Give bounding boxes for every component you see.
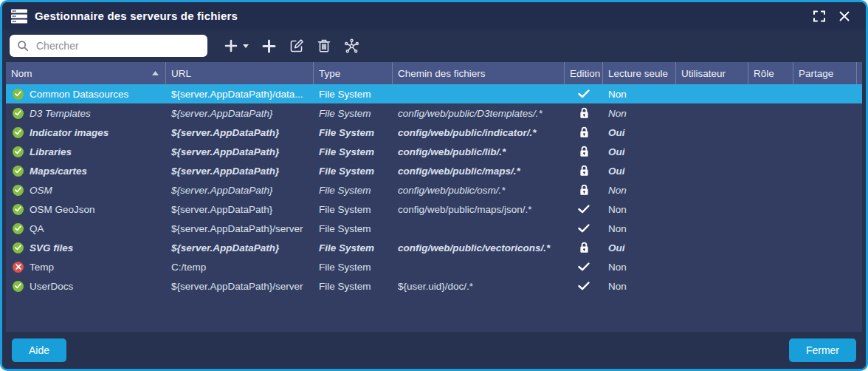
server-name: Indicator images <box>30 127 108 138</box>
name-cell: Indicator images <box>6 127 166 138</box>
check-icon <box>578 262 590 271</box>
search-input[interactable] <box>35 39 200 52</box>
url-cell: ${server.AppDataPath}/server <box>166 281 314 292</box>
type-cell: File System <box>314 223 393 234</box>
type-cell: File System <box>314 262 393 273</box>
path-cell: config/web/public/lib/.* <box>393 146 565 157</box>
table-row[interactable]: OSM ${server.AppDataPath} File System co… <box>6 180 862 200</box>
table-row[interactable]: Indicator images ${server.AppDataPath} F… <box>6 123 862 142</box>
readonly-cell: Non <box>603 223 676 234</box>
table-row[interactable]: Maps/cartes ${server.AppDataPath} File S… <box>6 161 862 180</box>
readonly-cell: Non <box>603 185 676 196</box>
help-button[interactable]: Aide <box>12 338 66 362</box>
type-cell: File System <box>314 242 393 253</box>
path-cell: ${user.uid}/doc/.* <box>393 281 565 292</box>
readonly-cell: Non <box>603 262 676 273</box>
name-cell: QA <box>6 223 166 234</box>
edition-cell <box>565 224 603 233</box>
name-cell: Common Datasources <box>6 89 166 100</box>
edition-cell <box>565 262 603 271</box>
ok-icon <box>13 185 24 196</box>
ok-icon <box>13 89 24 100</box>
maximize-icon[interactable] <box>810 7 829 26</box>
path-cell: config/web/public/D3templates/.* <box>393 108 565 119</box>
path-cell: config/web/public/vectoricons/.* <box>393 242 565 253</box>
name-cell: D3 Templates <box>6 108 166 119</box>
column-header-user[interactable]: Utilisateur <box>676 62 748 84</box>
column-header-role[interactable]: Rôle <box>748 62 793 84</box>
ok-icon <box>13 166 24 177</box>
server-name: OSM <box>30 185 52 196</box>
ok-icon <box>13 242 24 253</box>
lock-icon <box>579 107 589 119</box>
network-button[interactable] <box>337 35 366 58</box>
table-row[interactable]: D3 Templates ${server.AppDataPath} File … <box>6 103 862 123</box>
edition-cell <box>565 107 603 119</box>
lock-icon <box>579 242 589 253</box>
toolbar <box>2 30 866 62</box>
table-row[interactable]: OSM GeoJson ${server.AppDataPath} File S… <box>6 200 862 219</box>
column-header-share[interactable]: Partage <box>793 62 857 84</box>
url-cell: ${server.AppDataPath} <box>166 127 314 138</box>
table-row[interactable]: SVG files ${server.AppDataPath} File Sys… <box>6 238 862 257</box>
url-cell: ${server.AppDataPath} <box>166 185 314 196</box>
type-cell: File System <box>314 89 393 100</box>
edition-cell <box>565 184 603 196</box>
table-body: Common Datasources ${server.AppDataPath}… <box>6 84 862 332</box>
readonly-cell: Oui <box>603 146 676 157</box>
table-header: Nom URLTypeChemin des fichiersEditionLec… <box>6 62 862 84</box>
server-name: Libraries <box>30 146 72 157</box>
column-header-path[interactable]: Chemin des fichiers <box>393 62 565 84</box>
url-cell: ${server.AppDataPath} <box>166 108 314 119</box>
column-header-readonly[interactable]: Lecture seule <box>603 62 676 84</box>
readonly-cell: Non <box>603 108 676 119</box>
table-row[interactable]: Libraries ${server.AppDataPath} File Sys… <box>6 142 862 161</box>
table-row[interactable]: UserDocs ${server.AppDataPath}/server Fi… <box>6 276 862 296</box>
lock-icon <box>579 126 589 138</box>
type-cell: File System <box>314 166 393 177</box>
table-row[interactable]: QA ${server.AppDataPath}/server File Sys… <box>6 219 862 238</box>
name-cell: OSM GeoJson <box>6 204 166 215</box>
plus-icon <box>262 39 276 53</box>
table-row[interactable]: Common Datasources ${server.AppDataPath}… <box>6 84 862 103</box>
type-cell: File System <box>314 204 393 215</box>
add-dropdown-button[interactable] <box>218 35 255 56</box>
name-cell: Libraries <box>6 146 166 157</box>
name-cell: SVG files <box>6 242 166 253</box>
url-cell: ${server.AppDataPath} <box>166 146 314 157</box>
column-header-url[interactable]: URL <box>166 62 314 84</box>
column-header-edition[interactable]: Edition <box>565 62 603 84</box>
column-header-name[interactable]: Nom <box>6 62 166 84</box>
close-icon[interactable] <box>835 7 854 26</box>
type-cell: File System <box>314 281 393 292</box>
path-cell: config/web/public/indicator/.* <box>393 127 565 138</box>
name-cell: Maps/cartes <box>6 166 166 177</box>
caret-down-icon <box>243 44 249 48</box>
ok-icon <box>13 146 24 157</box>
edition-cell <box>565 165 603 177</box>
edition-cell <box>565 242 603 253</box>
search-box <box>10 35 207 57</box>
server-name: OSM GeoJson <box>30 204 95 215</box>
column-header-type[interactable]: Type <box>314 62 393 84</box>
server-name: QA <box>30 223 44 234</box>
toolbar-buttons <box>218 35 366 58</box>
url-cell: ${server.AppDataPath}/server <box>166 223 314 234</box>
readonly-cell: Non <box>603 204 676 215</box>
server-name: SVG files <box>30 242 73 253</box>
pencil-icon <box>289 38 304 53</box>
edit-button[interactable] <box>283 35 311 57</box>
readonly-cell: Oui <box>603 242 676 253</box>
file-server-manager-window: Gestionnaire des serveurs de fichiers <box>0 0 868 371</box>
ok-icon <box>13 223 24 234</box>
server-name: Temp <box>30 262 54 273</box>
ok-icon <box>13 281 24 292</box>
delete-button[interactable] <box>311 35 337 57</box>
add-button[interactable] <box>255 35 283 57</box>
table-row[interactable]: Temp C:/temp File System Non <box>6 257 862 276</box>
type-cell: File System <box>314 127 393 138</box>
ok-icon <box>13 204 24 215</box>
footer: Aide Fermer <box>2 332 866 369</box>
close-button[interactable]: Fermer <box>789 338 856 362</box>
edition-cell <box>565 282 603 290</box>
